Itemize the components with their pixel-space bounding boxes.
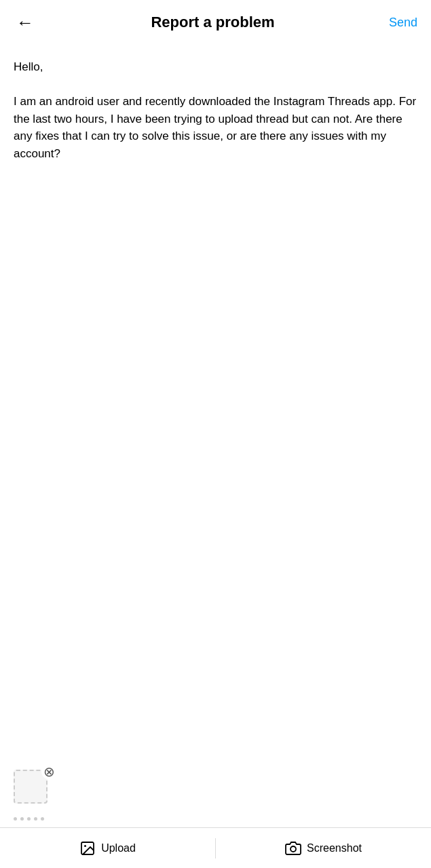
screenshot-icon — [285, 840, 301, 856]
upload-label: Upload — [101, 842, 136, 854]
dot-5 — [41, 817, 44, 821]
dot-3 — [27, 817, 31, 821]
screenshot-button[interactable]: Screenshot — [216, 828, 431, 868]
dot-4 — [34, 817, 37, 821]
screenshot-label: Screenshot — [307, 842, 362, 854]
svg-point-2 — [291, 846, 296, 852]
thumbnail-area: ⊗ — [14, 770, 51, 807]
message-input[interactable]: Hello, I am an android user and recently… — [14, 58, 417, 669]
page-title: Report a problem — [43, 14, 382, 31]
remove-thumbnail-button[interactable]: ⊗ — [41, 764, 56, 779]
header: ← Report a problem Send — [0, 0, 431, 45]
send-button[interactable]: Send — [389, 16, 417, 30]
back-button[interactable]: ← — [14, 11, 37, 34]
thumbnail-container: ⊗ — [14, 770, 51, 807]
svg-point-1 — [84, 845, 86, 847]
remove-icon: ⊗ — [43, 765, 55, 778]
upload-icon — [79, 840, 96, 856]
upload-button[interactable]: Upload — [0, 828, 215, 868]
bottom-toolbar: Upload Screenshot — [0, 827, 431, 868]
back-arrow-icon: ← — [16, 14, 34, 31]
dot-1 — [14, 817, 17, 821]
dots-indicator — [14, 817, 44, 821]
dot-2 — [20, 817, 24, 821]
content-area: Hello, I am an android user and recently… — [0, 45, 431, 827]
